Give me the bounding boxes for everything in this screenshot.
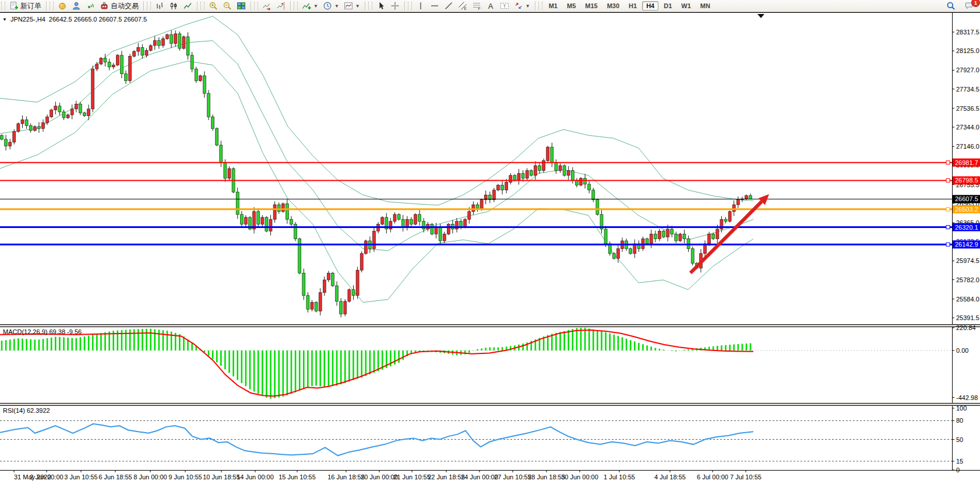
- toolbar-drag-handle[interactable]: [408, 2, 412, 10]
- svg-text:25391.5: 25391.5: [956, 314, 979, 321]
- chevron-down-icon[interactable]: ▼: [355, 3, 360, 9]
- arrows-icon: [514, 1, 523, 10]
- toolbar-button-label: 自动交易: [111, 1, 139, 11]
- autotrading-button[interactable]: 自动交易: [97, 0, 141, 12]
- timeframe-m15-button[interactable]: M15: [581, 1, 601, 10]
- chart-frame: [0, 12, 980, 471]
- text-button[interactable]: A: [484, 0, 498, 12]
- crosshair-icon: [390, 1, 400, 10]
- horizontal-lines[interactable]: 26981.726798.526607.526503.226320.126142…: [0, 159, 980, 248]
- toolbar-drag-handle[interactable]: [254, 2, 258, 10]
- toolbar-drag-handle[interactable]: [1, 2, 5, 10]
- toolbar-group: [152, 0, 195, 12]
- svg-text:4 Jul 18:55: 4 Jul 18:55: [654, 474, 686, 481]
- svg-text:6 Jun 18:55: 6 Jun 18:55: [98, 474, 132, 481]
- price-tag: 26320.1: [953, 223, 980, 232]
- svg-text:0.00: 0.00: [956, 347, 968, 354]
- toolbar-drag-handle[interactable]: [200, 2, 205, 10]
- price-tag: 26142.9: [953, 240, 980, 248]
- chart-shift-button[interactable]: [274, 0, 288, 12]
- horizontal-line-button[interactable]: [428, 0, 442, 12]
- toolbar-drag-handle[interactable]: [50, 2, 54, 10]
- fibonacci-button[interactable]: F: [470, 0, 484, 12]
- svg-text:25974.5: 25974.5: [956, 257, 979, 264]
- search-icon: [946, 1, 956, 10]
- periods-button[interactable]: ▼: [320, 0, 341, 12]
- symbol-title[interactable]: ▼ JPN225-,H4 26642.5 26665.0 26607.5 266…: [2, 16, 147, 23]
- vertical-line-button[interactable]: [414, 0, 428, 12]
- price-tag: 26798.5: [953, 176, 980, 184]
- toolbar-group: EFAT▼: [413, 0, 533, 12]
- timeframe-d1-button[interactable]: D1: [660, 1, 676, 10]
- search-button[interactable]: [944, 0, 958, 12]
- profile-icon: [72, 1, 81, 10]
- chevron-down-icon[interactable]: ▼: [526, 3, 530, 9]
- candle-chart-button[interactable]: [167, 0, 181, 12]
- channel-button[interactable]: E: [456, 0, 470, 12]
- zoom-in-button[interactable]: [206, 0, 220, 12]
- channel-icon: E: [458, 1, 467, 10]
- text-icon: A: [486, 1, 495, 10]
- price-tag: 26503.2: [953, 205, 980, 213]
- svg-text:28317.5: 28317.5: [956, 29, 979, 36]
- price-axis[interactable]: 28317.528125.027927.027734.527536.527344…: [952, 29, 979, 321]
- cursor-button[interactable]: [374, 0, 388, 12]
- indicators-button[interactable]: ▼: [299, 0, 320, 12]
- profile-button[interactable]: [69, 0, 83, 12]
- shift-marker: [757, 14, 764, 18]
- timeframe-m1-button[interactable]: M1: [545, 1, 562, 10]
- trendline-icon: [444, 1, 453, 10]
- timeframe-mn-button[interactable]: MN: [696, 1, 714, 10]
- zoom-out-icon: [223, 1, 232, 10]
- price-tag: 26607.5: [953, 195, 980, 203]
- chevron-down-icon[interactable]: ▼: [313, 3, 318, 9]
- templates-button[interactable]: ▼: [341, 0, 362, 12]
- zoom-out-button[interactable]: [220, 0, 234, 12]
- autoscroll-button[interactable]: [260, 0, 274, 12]
- toolbar-separator: [197, 1, 198, 10]
- trend-arrow[interactable]: [690, 194, 769, 273]
- timeframe-m5-button[interactable]: M5: [563, 1, 580, 10]
- notifications-button[interactable]: 1: [963, 0, 977, 12]
- chevron-down-icon[interactable]: ▼: [334, 3, 339, 9]
- signals-icon: [86, 1, 95, 10]
- rsi-panel: 1008050150: [0, 405, 967, 474]
- periods-icon: [323, 1, 332, 10]
- timeframe-m30-button[interactable]: M30: [603, 1, 623, 10]
- toolbar-drag-handle[interactable]: [368, 2, 372, 10]
- svg-text:28 Jun 18:55: 28 Jun 18:55: [528, 474, 565, 481]
- signals-button[interactable]: [83, 0, 97, 12]
- svg-text:9 Jun 10:55: 9 Jun 10:55: [168, 474, 202, 481]
- text-label-button[interactable]: T: [498, 0, 512, 12]
- notification-badge: 1: [971, 0, 980, 7]
- timeframe-w1-button[interactable]: W1: [677, 1, 695, 10]
- toolbar-drag-handle[interactable]: [147, 2, 151, 10]
- svg-text:15 Jun 10:55: 15 Jun 10:55: [279, 474, 316, 481]
- toolbar-drag-handle[interactable]: [294, 2, 298, 10]
- toolbar-group: [373, 0, 403, 12]
- chart-window[interactable]: 28317.528125.027927.027734.527536.527344…: [0, 12, 980, 484]
- line-chart-button[interactable]: [181, 0, 195, 12]
- svg-text:T: T: [503, 3, 506, 9]
- new-order-button[interactable]: 新订单: [7, 0, 44, 12]
- bar-chart-button[interactable]: [153, 0, 167, 12]
- new-order-icon: [9, 1, 19, 10]
- toolbar-separator: [290, 1, 291, 10]
- trendline-button[interactable]: [442, 0, 456, 12]
- time-axis[interactable]: 31 May 20222 Jun 00:003 Jun 10:556 Jun 1…: [14, 470, 762, 481]
- arrows-button[interactable]: ▼: [512, 0, 533, 12]
- svg-text:27146.0: 27146.0: [956, 143, 979, 150]
- timeframe-h4-button[interactable]: H4: [642, 1, 658, 10]
- market-button[interactable]: [55, 0, 69, 12]
- toolbar-group: [206, 0, 249, 12]
- timeframe-h1-button[interactable]: H1: [625, 1, 641, 10]
- candles-layer: [1, 30, 752, 317]
- toolbar-separator: [535, 1, 535, 10]
- tile-windows-button[interactable]: [234, 0, 248, 12]
- toolbar-drag-handle[interactable]: [538, 2, 542, 10]
- bar-chart-icon: [155, 1, 164, 10]
- chevron-down-icon[interactable]: ▼: [2, 17, 7, 22]
- chart-canvas[interactable]: 28317.528125.027927.027734.527536.527344…: [0, 12, 980, 484]
- price-tag: 26981.7: [953, 159, 980, 167]
- crosshair-button[interactable]: [388, 0, 402, 12]
